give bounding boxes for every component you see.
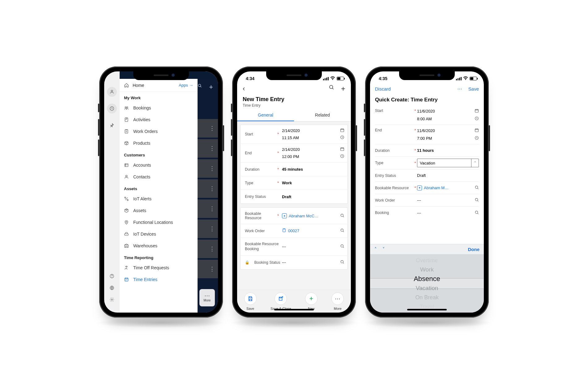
nav-activities[interactable]: Activities [120, 114, 198, 126]
nav-locations[interactable]: Functional Locations [120, 216, 198, 228]
row-menu-icon[interactable]: ⋮ [209, 225, 215, 232]
picker-option-selected[interactable]: Absence [414, 274, 440, 284]
save-button[interactable]: Save [244, 292, 257, 310]
lookup-icon[interactable] [340, 228, 344, 233]
field-type[interactable]: Type * Vacation ˅ [375, 157, 479, 169]
globe-icon[interactable] [109, 285, 114, 292]
field-resource[interactable]: Bookable Resource* ✦Abraham McC… [241, 208, 347, 224]
field-resource[interactable]: Bookable Resource * ✦Abraham M… [375, 182, 479, 194]
picker-wheel[interactable]: Overtime Work Absence Vacation On Break … [370, 254, 484, 313]
nav-contacts[interactable]: Contacts [120, 171, 198, 183]
resource-link[interactable]: ✦Abraham M… [417, 186, 449, 190]
calendar-icon[interactable] [475, 109, 479, 114]
nav-accounts[interactable]: Accounts [120, 159, 198, 171]
row-menu-icon[interactable]: ⋮ [209, 145, 215, 152]
field-type[interactable]: Type* Work [241, 176, 347, 190]
new-button[interactable]: +New [305, 292, 317, 310]
calendar-icon[interactable] [340, 147, 344, 152]
apps-link[interactable]: Apps → [179, 83, 193, 87]
recent-icon[interactable] [107, 104, 117, 113]
workorder-link[interactable]: 00027 [282, 228, 299, 233]
lookup-icon[interactable] [475, 198, 479, 203]
row-menu-icon[interactable]: ⋮ [209, 125, 215, 132]
row-menu-icon[interactable]: ⋮ [209, 205, 215, 212]
save-button[interactable]: Save [468, 86, 479, 92]
row-menu-icon[interactable]: ⋮ [209, 245, 215, 252]
nav-warehouses[interactable]: Warehouses [120, 240, 198, 252]
nav-workorders[interactable]: Work Orders [120, 126, 198, 137]
more-button[interactable]: ⋯More [331, 292, 344, 310]
clock-icon[interactable] [340, 135, 344, 140]
nav-iotalerts[interactable]: IoT Alerts [120, 193, 198, 205]
more-icon[interactable]: ⋯ [457, 86, 463, 92]
field-end[interactable]: End * 11/6/2020 7:00 PM [375, 125, 479, 144]
profile-icon[interactable] [107, 87, 117, 97]
field-workorder[interactable]: Work Order 00027 [241, 224, 347, 238]
help-icon[interactable] [109, 274, 114, 280]
discard-button[interactable]: Discard [375, 86, 391, 92]
form-body[interactable]: Start* 2/14/2020 11:15 AM End* 2/14/2020… [237, 122, 351, 290]
lookup-icon[interactable] [340, 213, 344, 219]
field-booking[interactable]: Booking --- [375, 207, 479, 219]
row-menu-icon[interactable]: ⋮ [209, 165, 215, 172]
start-time: 11:15 AM [282, 135, 299, 140]
field-booking[interactable]: Bookable Resource Booking --- [241, 238, 347, 256]
row-menu-icon[interactable]: ⋮ [209, 266, 215, 272]
drawer-home-row[interactable]: Home Apps → [120, 79, 198, 92]
resource-link[interactable]: ✦Abraham McC… [282, 213, 318, 218]
pin-icon[interactable] [107, 120, 117, 130]
nav-timeentries[interactable]: Time Entries [120, 274, 198, 285]
phone-3-screen: 4:35 Discard ⋯ Save Quick Create: Time E… [370, 71, 484, 313]
search-icon[interactable] [329, 84, 334, 93]
label: Type [245, 181, 253, 185]
form-body: Start * 11/6/2020 8:00 AM End * 11/6/202… [370, 105, 484, 244]
gear-icon[interactable] [109, 297, 114, 303]
tab-related[interactable]: Related [294, 109, 351, 121]
add-icon[interactable]: + [341, 84, 345, 93]
field-bookingstatus[interactable]: 🔒 Booking Status --- [241, 256, 347, 269]
lookup-icon[interactable] [475, 210, 479, 215]
more-button[interactable]: ⋯More [199, 289, 215, 306]
svg-point-24 [341, 214, 343, 216]
type-select[interactable]: Vacation ˅ [417, 159, 479, 167]
picker-option[interactable]: Vacation [416, 284, 438, 293]
home-indicator[interactable] [407, 309, 447, 310]
lookup-icon[interactable] [475, 185, 479, 190]
nav-timeoff[interactable]: Time Off Requests [120, 262, 198, 274]
saveclose-button[interactable]: Save & Close [271, 292, 291, 310]
clock-icon[interactable] [475, 116, 479, 122]
lookup-icon[interactable] [340, 244, 344, 249]
search-icon[interactable] [197, 83, 202, 91]
calendar-icon[interactable] [340, 128, 344, 133]
field-start[interactable]: Start* 2/14/2020 11:15 AM [241, 125, 347, 144]
field-workorder[interactable]: Work Order --- [375, 194, 479, 207]
dimmed-content[interactable]: + ⋮ ⋮ ⋮ ⋮ ⋮ ⋮ ⋮ ⋮ ⋯More [198, 79, 218, 313]
tabs: General Related [237, 109, 351, 122]
field-start[interactable]: Start * 11/6/2020 8:00 AM [375, 105, 479, 125]
done-button[interactable]: Done [468, 247, 480, 252]
clock-icon[interactable] [475, 136, 479, 141]
picker-option[interactable]: Work [420, 265, 434, 274]
nav-bookings[interactable]: Bookings [120, 102, 198, 114]
nav-assets[interactable]: Assets [120, 205, 198, 216]
row-menu-icon[interactable]: ⋮ [209, 185, 215, 192]
tab-general[interactable]: General [237, 109, 294, 121]
lookup-icon[interactable] [340, 260, 344, 265]
home-indicator[interactable] [274, 309, 314, 310]
nav-iotdevices[interactable]: IoT Devices [120, 228, 198, 240]
picker-option[interactable]: On Break [415, 293, 438, 302]
nav-label: Contacts [133, 174, 150, 179]
picker-option[interactable]: Overtime [416, 256, 438, 265]
prev-field-icon[interactable]: ˄ [374, 246, 377, 252]
calendar-icon[interactable] [475, 128, 479, 133]
field-status[interactable]: Entry Status Draft [375, 169, 479, 182]
clock-icon[interactable] [340, 154, 344, 159]
field-duration[interactable]: Duration* 45 minutes [241, 163, 347, 176]
next-field-icon[interactable]: ˅ [382, 246, 385, 252]
back-button[interactable]: ‹ [243, 85, 245, 93]
nav-products[interactable]: Products [120, 137, 198, 149]
field-end[interactable]: End* 2/14/2020 12:00 PM [241, 144, 347, 163]
field-status[interactable]: Entry Status Draft [241, 190, 347, 203]
field-duration[interactable]: Duration * 11 hours [375, 144, 479, 157]
add-icon[interactable]: + [209, 83, 213, 91]
